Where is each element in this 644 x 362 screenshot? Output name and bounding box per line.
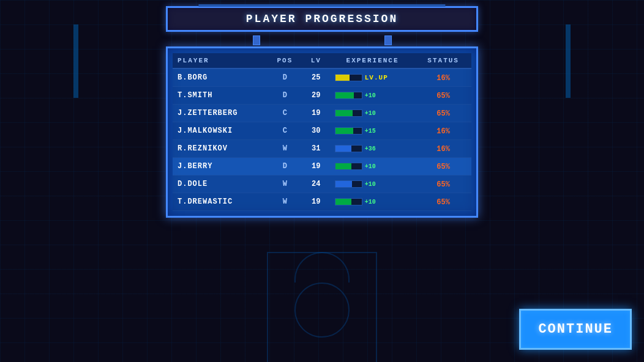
player-name: R.REZNIKOV: [173, 140, 268, 158]
xp-bar-fill: [335, 163, 351, 169]
player-name: B.BORG: [173, 68, 268, 87]
player-pos: D: [268, 87, 302, 105]
player-status: 16%: [415, 140, 471, 158]
player-pos: W: [268, 140, 302, 158]
player-status: 65%: [415, 175, 471, 193]
xp-label: +10: [365, 110, 376, 117]
connector-bar-2: [384, 35, 392, 45]
player-xp: +10: [330, 87, 416, 105]
player-xp: +10: [330, 175, 416, 193]
title-bar: PLAYER PROGRESSION: [166, 6, 478, 32]
player-lv: 19: [302, 193, 330, 211]
col-header-lv: LV: [302, 53, 330, 68]
table-row[interactable]: J.BERRY D 19 +10 65%: [173, 158, 471, 175]
player-name: J.ZETTERBERG: [173, 105, 268, 122]
xp-bar-outer: [335, 109, 362, 117]
xp-bar-fill: [335, 110, 353, 116]
player-status: 16%: [415, 68, 471, 87]
status-badge: 65%: [436, 198, 450, 207]
col-header-pos: POS: [268, 53, 302, 68]
status-badge: 16%: [436, 127, 450, 136]
xp-bar-fill: [335, 75, 350, 81]
player-xp: +10: [330, 105, 416, 122]
player-pos: C: [268, 122, 302, 140]
court-decoration: [138, 240, 506, 362]
xp-bar-outer: [335, 92, 362, 99]
xp-bar-fill: [335, 128, 353, 134]
player-xp: +10: [330, 193, 416, 211]
status-badge: 65%: [436, 92, 450, 100]
table-row[interactable]: D.DOLE W 24 +10 65%: [173, 175, 471, 193]
status-badge: 65%: [436, 109, 450, 118]
player-name: J.BERRY: [173, 158, 268, 175]
player-pos: W: [268, 193, 302, 211]
hoop-right: [566, 24, 571, 98]
xp-bar-outer: [335, 180, 362, 188]
status-badge: 16%: [436, 145, 450, 153]
main-panel: PLAYER PROGRESSION PLAYER POS LV EXPERIE…: [166, 6, 478, 218]
connector-bar-1: [253, 35, 260, 45]
table-row[interactable]: J.MALKOWSKI C 30 +15 16%: [173, 122, 471, 140]
xp-label: LV.UP: [365, 74, 388, 81]
player-status: 65%: [415, 193, 471, 211]
player-table: PLAYER POS LV EXPERIENCE STATUS B.BORG D…: [173, 53, 471, 211]
xp-bar-fill: [335, 146, 352, 152]
player-status: 65%: [415, 87, 471, 105]
player-lv: 29: [302, 87, 330, 105]
player-name: J.MALKOWSKI: [173, 122, 268, 140]
player-lv: 19: [302, 105, 330, 122]
xp-bar-outer: [335, 198, 362, 205]
player-status: 65%: [415, 105, 471, 122]
continue-button[interactable]: CONTINUE: [519, 309, 632, 350]
player-name: T.SMITH: [173, 87, 268, 105]
table-row[interactable]: J.ZETTERBERG C 19 +10 65%: [173, 105, 471, 122]
table-header-row: PLAYER POS LV EXPERIENCE STATUS: [173, 53, 471, 68]
xp-label: +10: [365, 199, 376, 205]
xp-bar-outer: [335, 145, 362, 152]
player-lv: 24: [302, 175, 330, 193]
status-badge: 65%: [436, 163, 450, 171]
player-status: 16%: [415, 122, 471, 140]
player-pos: D: [268, 68, 302, 87]
table-row[interactable]: T.DREWASTIC W 19 +10 65%: [173, 193, 471, 211]
col-header-experience: EXPERIENCE: [330, 53, 416, 68]
player-pos: W: [268, 175, 302, 193]
xp-bar-fill: [335, 92, 354, 98]
player-pos: C: [268, 105, 302, 122]
player-xp: +15: [330, 122, 416, 140]
player-xp: +36: [330, 140, 416, 158]
player-lv: 25: [302, 68, 330, 87]
table-row[interactable]: R.REZNIKOV W 31 +36 16%: [173, 140, 471, 158]
xp-bar-outer: [335, 127, 362, 135]
xp-bar-outer: [335, 74, 362, 81]
table-row[interactable]: B.BORG D 25 LV.UP 16%: [173, 68, 471, 87]
player-status: 65%: [415, 158, 471, 175]
player-xp: +10: [330, 158, 416, 175]
hoop-left: [73, 24, 78, 98]
content-panel: PLAYER POS LV EXPERIENCE STATUS B.BORG D…: [166, 46, 478, 218]
player-lv: 31: [302, 140, 330, 158]
player-lv: 30: [302, 122, 330, 140]
connector-decoration: [166, 34, 478, 46]
xp-bar-outer: [335, 163, 362, 170]
player-name: D.DOLE: [173, 175, 268, 193]
table-row[interactable]: T.SMITH D 29 +10 65%: [173, 87, 471, 105]
xp-label: +36: [365, 146, 376, 152]
xp-bar-fill: [335, 199, 351, 205]
player-xp: LV.UP: [330, 68, 416, 87]
xp-label: +15: [365, 128, 376, 135]
xp-bar-fill: [335, 181, 352, 187]
table-wrapper: PLAYER POS LV EXPERIENCE STATUS B.BORG D…: [173, 53, 471, 211]
status-badge: 16%: [436, 74, 450, 83]
player-pos: D: [268, 158, 302, 175]
panel-title: PLAYER PROGRESSION: [246, 13, 398, 25]
col-header-player: PLAYER: [173, 53, 268, 68]
player-lv: 19: [302, 158, 330, 175]
col-header-status: STATUS: [415, 53, 471, 68]
player-name: T.DREWASTIC: [173, 193, 268, 211]
status-badge: 65%: [436, 180, 450, 189]
xp-label: +10: [365, 92, 376, 99]
xp-label: +10: [365, 163, 376, 170]
xp-label: +10: [365, 181, 376, 188]
court-circle: [294, 283, 350, 338]
